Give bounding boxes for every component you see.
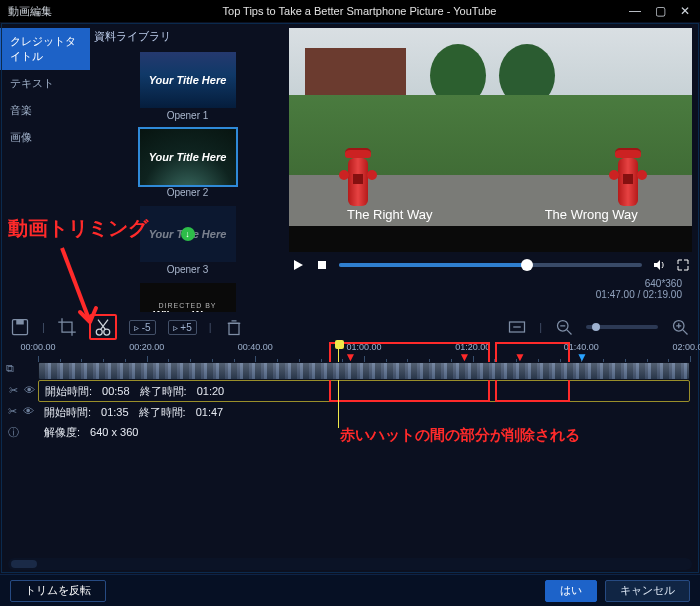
annotation-trim: 動画トリミング [8,215,148,242]
maximize-icon[interactable]: ▢ [655,4,666,18]
start-time-b: 01:35 [101,406,129,418]
zoom-slider[interactable] [586,325,658,329]
play-icon[interactable] [291,258,305,272]
template-thumb-opener3[interactable]: Your Title Here ↓ [140,206,236,262]
svg-rect-5 [229,323,239,334]
start-time-a: 00:58 [102,385,130,397]
timeline-meta-group: ✂👁 開始時間: 00:58 終了時間: 01:20 [38,380,690,402]
footer: トリムを反転 はい キャンセル [0,574,700,606]
stop-icon[interactable] [315,258,329,272]
ruler-label: 00:40.00 [238,342,273,352]
eye-icon[interactable]: 👁 [23,405,34,418]
window-titlebar: 動画編集 Top Tips to Take a Better Smartphon… [0,0,700,22]
preview-time-current: 01:47.00 [596,289,635,300]
red-hat-marker[interactable]: ▼ [514,350,526,364]
download-icon[interactable]: ↓ [181,227,195,241]
preview-resolution: 640*360 [645,278,682,289]
ruler-label: 02:00.00 [672,342,700,352]
sidebar-tab-text[interactable]: テキスト [0,70,90,97]
eye-icon[interactable]: 👁 [24,384,35,397]
volume-icon[interactable] [652,258,666,272]
svg-rect-0 [318,261,326,269]
end-time-b: 01:47 [196,406,224,418]
save-icon[interactable] [10,318,30,336]
ruler-label: 00:00.00 [20,342,55,352]
preview-time-total: 02:19.00 [643,289,682,300]
red-hat-marker[interactable]: ▼ [344,350,356,364]
preview-panel: The Right Way The Wrong Way 640*360 01:4… [285,22,700,312]
hydrant-icon [345,148,371,206]
svg-rect-2 [16,320,24,325]
template-title: Your Title Here [149,74,227,86]
sidebar-tab-music[interactable]: 音楽 [0,97,90,124]
annotation-arrow [56,244,104,338]
horizontal-scrollbar[interactable] [8,558,692,570]
ok-button[interactable]: はい [545,580,597,602]
timeline-ruler[interactable]: 00:00.0000:20.0000:40.0001:00.0001:20.00… [38,342,690,362]
app-name: 動画編集 [0,4,90,19]
skip-fwd-5-button[interactable]: ▹ +5 [168,320,197,335]
template-thumb-director[interactable]: DIRECTED BY Wilson Wang [140,283,236,312]
red-hat-marker[interactable]: ▼ [459,350,471,364]
director-label: DIRECTED BY [153,302,222,309]
toolbar: | ▹ -5 ▹ +5 | | [0,312,700,342]
zoom-in-icon[interactable] [670,318,690,336]
preview-caption-right: The Wrong Way [491,207,693,222]
library-title: 資料ライブラリ [90,26,285,50]
ruler-label: 00:20.00 [129,342,164,352]
resolution-value: 640 x 360 [90,426,138,438]
preview-caption-left: The Right Way [289,207,491,222]
meta-row-selection-b: ✂👁 開始時間: 01:35 終了時間: 01:47 [38,402,690,422]
fit-icon[interactable] [507,318,527,336]
sidebar-tab-image[interactable]: 画像 [0,124,90,151]
trim-row-icon: ✂ [9,384,18,397]
minimize-icon[interactable]: — [629,4,641,18]
info-icon: ⓘ [8,425,19,440]
preview-video[interactable]: The Right Way The Wrong Way [289,28,692,252]
invert-trim-button[interactable]: トリムを反転 [10,580,106,602]
seek-slider[interactable] [339,263,642,267]
link-icon[interactable]: ⧉ [6,362,14,375]
close-icon[interactable]: ✕ [680,4,690,18]
player-controls [289,252,692,278]
director-name: Wilson Wang [153,309,222,313]
svg-point-4 [104,329,110,335]
fullscreen-icon[interactable] [676,258,690,272]
template-label: Opener 2 [90,187,285,198]
library-panel: 資料ライブラリ Your Title Here Opener 1 Your Ti… [90,22,285,312]
meta-row-selection-a: ✂👁 開始時間: 00:58 終了時間: 01:20 [39,381,689,401]
annotation-delete-between: 赤いハットの間の部分が削除される [340,426,580,445]
delete-icon[interactable] [224,318,244,336]
template-label: Opener 3 [90,264,285,275]
template-thumb-opener1[interactable]: Your Title Here [140,52,236,108]
blue-marker[interactable]: ▼ [576,350,588,364]
end-time-a: 01:20 [197,385,225,397]
timeline-video-track[interactable]: ⧉ ▼▼▼▼ [38,362,690,380]
hydrant-icon [615,148,641,206]
template-thumb-opener2[interactable]: Your Title Here [140,129,236,185]
zoom-out-icon[interactable] [554,318,574,336]
document-title: Top Tips to Take a Better Smartphone Pic… [90,5,629,17]
template-title: Your Title Here [149,151,227,163]
trim-row-icon: ✂ [8,405,17,418]
skip-back-5-button[interactable]: ▹ -5 [129,320,156,335]
sidebar-tab-credits[interactable]: クレジットタイトル [0,28,90,70]
template-label: Opener 1 [90,110,285,121]
cancel-button[interactable]: キャンセル [605,580,690,602]
